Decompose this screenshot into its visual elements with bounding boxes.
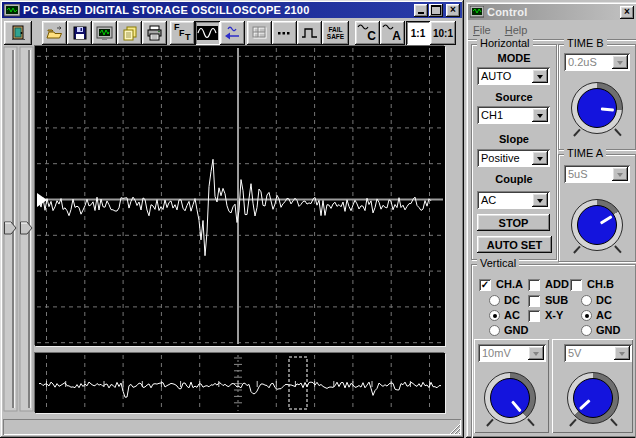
- chevron-down-icon: [537, 75, 543, 82]
- dots-icon: [276, 25, 293, 41]
- time-a-knob[interactable]: [569, 197, 625, 253]
- knob-pointer: [511, 400, 522, 412]
- square-wave-button[interactable]: [297, 21, 322, 45]
- close-icon: ×: [450, 5, 456, 15]
- open-folder-icon: [46, 25, 63, 41]
- close-button[interactable]: ×: [446, 4, 460, 17]
- floppy-icon: [72, 25, 88, 41]
- dropdown-arrow: [528, 346, 544, 360]
- time-a-value: 5uS: [564, 168, 612, 180]
- dropdown-arrow: [612, 55, 628, 69]
- ch-a-knob[interactable]: [482, 370, 538, 426]
- vertical-group: Vertical ✓ CH.A ADD CH.B DC SUB DC AC X-…: [471, 264, 636, 438]
- ch-b-range-select[interactable]: 5V: [564, 344, 632, 362]
- dropdown-arrow[interactable]: [532, 193, 548, 207]
- ch-b-dc-label: DC: [596, 294, 612, 306]
- dropdown-arrow: [614, 346, 630, 360]
- check-icon: ✓: [481, 279, 489, 290]
- fft-icon: F F T: [170, 21, 195, 45]
- ch-b-gnd-radio[interactable]: [581, 325, 592, 336]
- fail-safe-button[interactable]: FAIL SAFE: [322, 21, 349, 45]
- control-close-button[interactable]: ×: [620, 6, 634, 19]
- dropdown-arrow[interactable]: [532, 108, 548, 122]
- time-b-group: TIME B 0.2uS: [558, 44, 636, 150]
- ch-a-dc-radio[interactable]: [489, 295, 500, 306]
- couple-select[interactable]: AC: [477, 191, 550, 209]
- minimize-icon: [418, 12, 424, 14]
- overview-display[interactable]: [35, 353, 445, 413]
- scope-waveform: [37, 48, 443, 344]
- resize-grip[interactable]: [448, 422, 460, 434]
- exit-button[interactable]: [4, 21, 32, 45]
- ch-a-ac-radio[interactable]: [489, 310, 500, 321]
- ch-a-gnd-radio[interactable]: [489, 325, 500, 336]
- print-button[interactable]: [142, 21, 167, 45]
- sine-display-icon: [197, 25, 218, 41]
- auto-set-button[interactable]: AUTO SET: [477, 236, 552, 253]
- ratio-1-1-button[interactable]: 1:1: [406, 21, 430, 45]
- chevron-down-icon: [537, 199, 543, 206]
- maximize-button[interactable]: [429, 4, 443, 17]
- time-b-label: TIME B: [564, 37, 607, 49]
- add-checkbox[interactable]: [528, 279, 540, 291]
- overview-waveform: [37, 355, 443, 411]
- dropdown-arrow[interactable]: [532, 151, 548, 165]
- chevron-down-icon: [533, 352, 539, 359]
- cal-a-button[interactable]: A: [380, 21, 405, 45]
- dotted-line-button[interactable]: [272, 21, 297, 45]
- time-b-select[interactable]: 0.2uS: [564, 53, 630, 71]
- fft-button[interactable]: F F T: [170, 21, 195, 45]
- time-b-value: 0.2uS: [564, 56, 612, 68]
- ch-a-gnd-label: GND: [504, 324, 528, 336]
- control-titlebar: Control ×: [468, 4, 636, 20]
- slope-select[interactable]: Positive: [477, 149, 550, 167]
- ch-a-dc-label: DC: [504, 294, 520, 306]
- menu-file[interactable]: File: [473, 24, 491, 36]
- ch-a-range-select[interactable]: 10mV: [478, 344, 546, 362]
- ch-b-knob[interactable]: [565, 370, 621, 426]
- couple-value: AC: [477, 194, 532, 206]
- ch-b-range-value: 5V: [564, 347, 614, 359]
- minimize-button[interactable]: [414, 4, 428, 17]
- vertical-position-sliders[interactable]: [2, 46, 34, 412]
- mode-label: MODE: [472, 52, 556, 64]
- time-b-knob[interactable]: [569, 80, 625, 136]
- waveform-display-button[interactable]: [195, 21, 220, 45]
- ch-b-gnd-label: GND: [596, 324, 620, 336]
- printer-icon: [146, 25, 163, 41]
- ch-b-checkbox[interactable]: [570, 279, 582, 291]
- dropdown-arrow[interactable]: [532, 69, 548, 83]
- source-label: Source: [472, 91, 556, 103]
- mode-select[interactable]: AUTO: [477, 67, 550, 85]
- ch-b-ac-radio[interactable]: [581, 310, 592, 321]
- close-icon: ×: [624, 7, 630, 17]
- ch-b-dc-radio[interactable]: [581, 295, 592, 306]
- square-wave-icon: [301, 25, 318, 41]
- recall-waveform-button[interactable]: [220, 21, 245, 45]
- snapshot-button[interactable]: [92, 21, 117, 45]
- control-title: Control: [487, 6, 528, 18]
- ch-a-checkbox[interactable]: ✓: [479, 279, 491, 291]
- time-a-label: TIME A: [564, 147, 606, 159]
- desktop: PC BASED DIGITAL STORAGE OSCILLOSCOPE 21…: [0, 0, 636, 438]
- horizontal-group-label: Horizontal: [477, 37, 533, 49]
- xy-checkbox[interactable]: [528, 310, 540, 322]
- save-button[interactable]: [67, 21, 92, 45]
- ratio-10-1-button[interactable]: 10:1: [430, 21, 456, 45]
- open-button[interactable]: [42, 21, 67, 45]
- chevron-down-icon: [617, 173, 623, 180]
- time-a-select[interactable]: 5uS: [564, 165, 630, 183]
- ch-b-label: CH.B: [587, 278, 614, 290]
- sub-checkbox[interactable]: [528, 295, 540, 307]
- copy-button[interactable]: [117, 21, 142, 45]
- grid-button[interactable]: [247, 21, 272, 45]
- menu-help[interactable]: Help: [505, 24, 528, 36]
- stop-button[interactable]: STOP: [477, 214, 550, 231]
- add-label: ADD: [545, 278, 569, 290]
- knob-pointer: [600, 215, 613, 224]
- source-select[interactable]: CH1: [477, 106, 550, 124]
- scope-display: [35, 46, 445, 346]
- cal-c-button[interactable]: C: [355, 21, 380, 45]
- ch-a-ac-label: AC: [504, 309, 520, 321]
- chevron-down-icon: [619, 352, 625, 359]
